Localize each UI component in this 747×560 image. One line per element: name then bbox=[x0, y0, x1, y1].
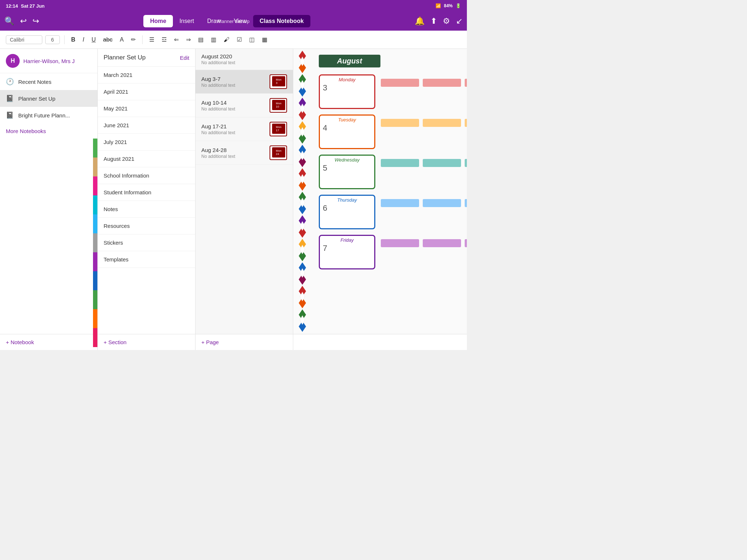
page-title-aug10-14: Aug 10-14 bbox=[201, 100, 270, 106]
thursday-card: Thursday 6 bbox=[319, 195, 375, 229]
highlight-button[interactable]: ✏ bbox=[129, 35, 138, 44]
section-may-2021[interactable]: May 2021 bbox=[98, 100, 195, 117]
format-paint-button[interactable]: 🖌 bbox=[221, 35, 232, 44]
section-july-2021[interactable]: July 2021 bbox=[98, 134, 195, 151]
page-aug3-7[interactable]: Aug 3-7 No additional text Mon3 bbox=[196, 70, 293, 94]
tab-class-notebook[interactable]: Class Notebook bbox=[253, 15, 310, 27]
friday-bar-2 bbox=[423, 239, 461, 247]
monday-card: Monday 3 bbox=[319, 74, 375, 109]
increase-indent-button[interactable]: ⇒ bbox=[184, 35, 193, 44]
align-left-button[interactable]: ▤ bbox=[196, 35, 206, 44]
collapse-icon[interactable]: ↙ bbox=[456, 16, 462, 26]
align-right-button[interactable]: ▥ bbox=[209, 35, 218, 44]
add-page-button[interactable]: + Page bbox=[196, 334, 293, 350]
friday-card: Friday 7 bbox=[319, 235, 375, 269]
more-notebooks[interactable]: More Notebooks bbox=[0, 124, 97, 139]
italic-button[interactable]: I bbox=[81, 35, 86, 44]
page-subtitle-aug2020: No additional text bbox=[201, 60, 287, 65]
color-tab-green2 bbox=[93, 290, 97, 309]
wednesday-bar-2 bbox=[423, 159, 461, 167]
section-april-2021[interactable]: April 2021 bbox=[98, 83, 195, 100]
page-title-aug17-21: Aug 17-21 bbox=[201, 123, 270, 129]
checkbox-button[interactable]: ☑ bbox=[235, 35, 244, 44]
page-thumb-aug24-28: Mon24 bbox=[270, 145, 287, 160]
numbered-list-button[interactable]: ☲ bbox=[159, 35, 169, 44]
insert-table-button[interactable]: ▦ bbox=[260, 35, 270, 44]
date: Sat 27 Jun bbox=[21, 3, 44, 9]
page-thumb-aug3-7: Mon3 bbox=[270, 74, 287, 89]
redo-icon[interactable]: ↪ bbox=[32, 16, 39, 26]
bright-future-label: Bright Future Plann... bbox=[18, 112, 70, 118]
user-row[interactable]: H Harrier-Wilson, Mrs J bbox=[0, 49, 97, 73]
color-tab-tan bbox=[93, 158, 97, 176]
search-icon[interactable]: 🔍 bbox=[4, 16, 14, 26]
wednesday-label: Wednesday bbox=[320, 156, 374, 163]
section-june-2021[interactable]: June 2021 bbox=[98, 117, 195, 134]
color-tab-pink bbox=[93, 176, 97, 195]
battery-icon: 🔋 bbox=[456, 3, 461, 8]
edit-button[interactable]: Edit bbox=[180, 55, 189, 61]
monday-bar-3 bbox=[465, 79, 467, 87]
page-aug10-14[interactable]: Aug 10-14 No additional text Mon10 bbox=[196, 94, 293, 117]
font-size-input[interactable] bbox=[45, 35, 60, 44]
tab-insert[interactable]: Insert bbox=[173, 15, 201, 27]
section-august-2021[interactable]: August 2021 bbox=[98, 151, 195, 167]
monday-bars bbox=[381, 79, 467, 87]
color-tab-purple bbox=[93, 252, 97, 271]
august-header: August bbox=[319, 55, 380, 67]
monday-bar-2 bbox=[423, 79, 461, 87]
page-title-aug2020: August 2020 bbox=[201, 53, 287, 59]
page-august-2020[interactable]: August 2020 No additional text bbox=[196, 49, 293, 70]
bell-icon[interactable]: 🔔 bbox=[415, 16, 425, 26]
bullet-list-button[interactable]: ☰ bbox=[147, 35, 156, 44]
erase-button[interactable]: ◫ bbox=[247, 35, 257, 44]
section-march-2021[interactable]: March 2021 bbox=[98, 67, 195, 83]
thursday-bar-3 bbox=[465, 199, 467, 207]
color-tab-green bbox=[93, 139, 97, 158]
thursday-bars bbox=[381, 199, 467, 207]
bottom-bar: + Notebook + Section + Page bbox=[0, 334, 467, 350]
page-subtitle-aug10-14: No additional text bbox=[201, 106, 270, 112]
color-tab-navy bbox=[93, 271, 97, 290]
color-tab-orange bbox=[93, 309, 97, 328]
font-color-button[interactable]: A bbox=[117, 35, 126, 44]
font-name-input[interactable] bbox=[6, 35, 42, 44]
share-icon[interactable]: ⬆ bbox=[430, 16, 437, 26]
monday-number: 3 bbox=[320, 82, 374, 93]
color-tab-bluelight bbox=[93, 214, 97, 233]
page-subtitle-aug3-7: No additional text bbox=[201, 83, 270, 88]
add-notebook-button[interactable]: + Notebook bbox=[0, 334, 98, 350]
diamond-strip bbox=[293, 49, 311, 334]
section-student-info[interactable]: Student Information bbox=[98, 184, 195, 201]
friday-number: 7 bbox=[320, 243, 374, 254]
add-section-button[interactable]: + Section bbox=[98, 334, 196, 350]
page-aug24-28[interactable]: Aug 24-28 No additional text Mon24 bbox=[196, 141, 293, 165]
page-aug17-21[interactable]: Aug 17-21 No additional text Mon17 bbox=[196, 117, 293, 141]
decrease-indent-button[interactable]: ⇐ bbox=[172, 35, 181, 44]
section-stickers[interactable]: Stickers bbox=[98, 234, 195, 251]
tab-home[interactable]: Home bbox=[143, 15, 173, 27]
tuesday-bar-2 bbox=[423, 119, 461, 127]
section-notes[interactable]: Notes bbox=[98, 201, 195, 218]
thursday-number: 6 bbox=[320, 203, 374, 214]
notebook-icon-1: 📓 bbox=[6, 94, 14, 102]
gear-icon[interactable]: ⚙ bbox=[443, 16, 450, 26]
content-area: August Monday 3 Tuesday 4 bbox=[293, 49, 467, 334]
status-bar: 12:14 Sat 27 Jun 📶 84% 🔋 bbox=[0, 0, 467, 12]
section-panel: Planner Set Up Edit March 2021 April 202… bbox=[98, 49, 196, 334]
bold-button[interactable]: B bbox=[69, 35, 78, 44]
page-thumb-aug10-14: Mon10 bbox=[270, 98, 287, 113]
sidebar-item-planner-setup[interactable]: 📓 Planner Set Up bbox=[0, 90, 97, 107]
page-subtitle-aug17-21: No additional text bbox=[201, 130, 270, 135]
underline-button[interactable]: U bbox=[89, 35, 98, 44]
section-resources[interactable]: Resources bbox=[98, 218, 195, 234]
monday-label: Monday bbox=[320, 75, 374, 82]
page-title-aug3-7: Aug 3-7 bbox=[201, 76, 270, 82]
section-templates[interactable]: Templates bbox=[98, 251, 195, 268]
strikethrough-button[interactable]: abc bbox=[101, 35, 115, 44]
sidebar-item-recent-notes[interactable]: 🕐 Recent Notes bbox=[0, 73, 97, 90]
toolbar: B I U abc A ✏ ☰ ☲ ⇐ ⇒ ▤ ▥ 🖌 ☑ ◫ ▦ bbox=[0, 31, 467, 49]
sidebar-item-bright-future[interactable]: 📓 Bright Future Plann... bbox=[0, 107, 97, 124]
section-school-info[interactable]: School Information bbox=[98, 167, 195, 184]
undo-icon[interactable]: ↩ bbox=[20, 16, 27, 26]
